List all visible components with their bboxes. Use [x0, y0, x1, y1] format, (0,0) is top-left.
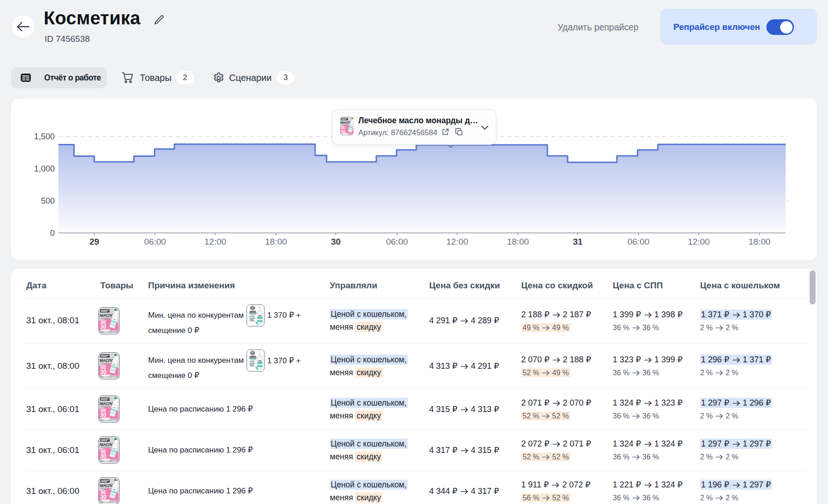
svg-text:12:00: 12:00 — [688, 237, 710, 246]
svg-text:0: 0 — [50, 229, 55, 238]
svg-text:18:00: 18:00 — [748, 237, 770, 246]
svg-text:1,500: 1,500 — [34, 132, 55, 141]
svg-text:18:00: 18:00 — [265, 237, 287, 246]
svg-text:06:00: 06:00 — [144, 237, 166, 246]
svg-text:18:00: 18:00 — [507, 237, 529, 246]
svg-text:29: 29 — [89, 237, 99, 246]
svg-text:30: 30 — [331, 237, 340, 246]
svg-text:06:00: 06:00 — [386, 237, 408, 246]
svg-text:06:00: 06:00 — [627, 237, 650, 246]
svg-text:1,000: 1,000 — [34, 164, 55, 173]
svg-text:31: 31 — [573, 237, 583, 246]
svg-text:12:00: 12:00 — [204, 237, 226, 246]
svg-text:500: 500 — [41, 196, 55, 206]
svg-text:12:00: 12:00 — [446, 237, 468, 246]
